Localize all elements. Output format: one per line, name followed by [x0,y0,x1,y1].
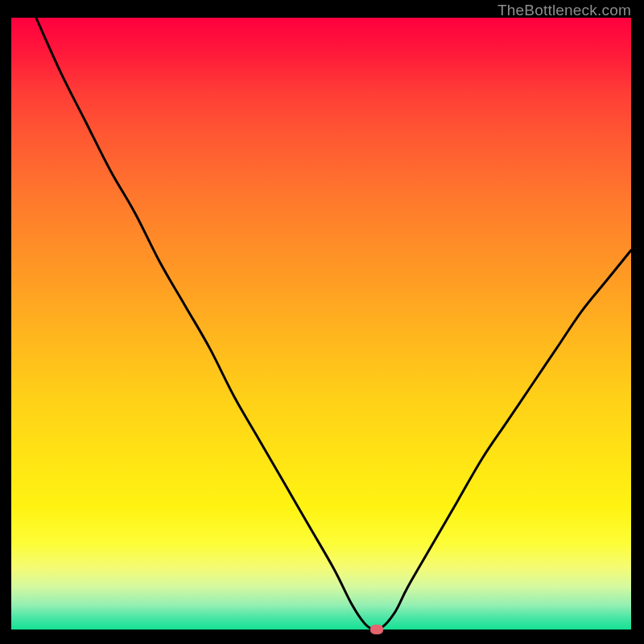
chart-container: TheBottleneck.com [0,0,644,644]
plot-area [11,18,631,630]
bottleneck-marker [370,625,383,634]
line-plot [11,18,631,630]
attribution-label: TheBottleneck.com [497,2,631,19]
